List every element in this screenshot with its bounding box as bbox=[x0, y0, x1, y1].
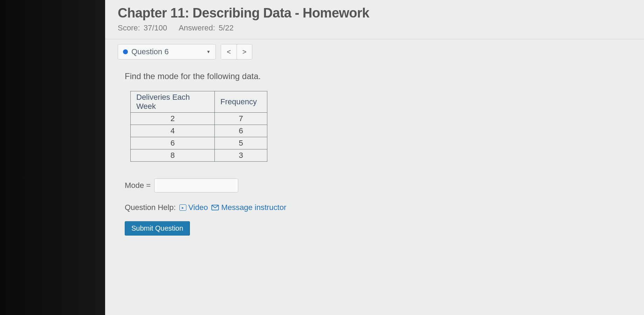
score-answered-line: Score: 37/100 Answered: 5/22 bbox=[118, 23, 633, 33]
table-row: 2 7 bbox=[131, 113, 267, 125]
chevron-left-icon: < bbox=[227, 48, 231, 56]
table-cell: 4 bbox=[131, 125, 215, 137]
table-header-cell: Deliveries Each Week bbox=[131, 91, 215, 113]
question-prompt: Find the mode for the following data. bbox=[125, 71, 633, 81]
video-link-label: Video bbox=[189, 203, 208, 212]
table-cell: 8 bbox=[131, 149, 215, 162]
table-cell: 7 bbox=[215, 113, 267, 125]
question-nav-row: Question 6 ▼ < > bbox=[118, 44, 633, 59]
table-header-cell: Frequency bbox=[215, 91, 267, 113]
answer-row: Mode = bbox=[125, 178, 633, 192]
answered-value: 5/22 bbox=[219, 23, 234, 32]
video-icon: ▸ bbox=[179, 204, 186, 211]
chevron-right-icon: > bbox=[242, 48, 247, 56]
score-value: 37/100 bbox=[144, 23, 167, 32]
mode-input[interactable] bbox=[154, 178, 238, 192]
help-label: Question Help: bbox=[125, 203, 176, 212]
chevron-down-icon: ▼ bbox=[206, 49, 211, 54]
table-cell: 6 bbox=[215, 125, 267, 137]
message-instructor-label: Message instructor bbox=[221, 203, 286, 212]
envelope-icon bbox=[211, 205, 219, 210]
table-row: 4 6 bbox=[131, 125, 267, 137]
prev-question-button[interactable]: < bbox=[221, 44, 237, 59]
table-row: 8 3 bbox=[131, 149, 267, 162]
question-help-row: Question Help: ▸ Video Message instructo… bbox=[125, 203, 633, 212]
status-dot-icon bbox=[123, 49, 128, 54]
divider bbox=[105, 39, 644, 39]
answered-label: Answered: bbox=[179, 23, 215, 32]
next-question-button[interactable]: > bbox=[237, 44, 252, 59]
table-cell: 5 bbox=[215, 137, 267, 149]
question-dropdown[interactable]: Question 6 ▼ bbox=[118, 44, 216, 59]
answer-label: Mode = bbox=[125, 181, 151, 190]
score-label: Score: bbox=[118, 23, 140, 32]
video-link[interactable]: ▸ Video bbox=[179, 203, 208, 212]
table-cell: 6 bbox=[131, 137, 215, 149]
message-instructor-link[interactable]: Message instructor bbox=[211, 203, 286, 212]
table-header-row: Deliveries Each Week Frequency bbox=[131, 91, 267, 113]
table-cell: 3 bbox=[215, 149, 267, 162]
left-sidebar bbox=[0, 0, 105, 315]
main-content: Chapter 11: Describing Data - Homework S… bbox=[105, 0, 644, 315]
table-row: 6 5 bbox=[131, 137, 267, 149]
table-cell: 2 bbox=[131, 113, 215, 125]
page-title: Chapter 11: Describing Data - Homework bbox=[118, 6, 633, 21]
prev-next-group: < > bbox=[221, 44, 252, 59]
question-dropdown-label: Question 6 bbox=[131, 47, 169, 56]
data-table: Deliveries Each Week Frequency 2 7 4 6 6… bbox=[130, 91, 267, 162]
submit-question-button[interactable]: Submit Question bbox=[125, 221, 190, 236]
